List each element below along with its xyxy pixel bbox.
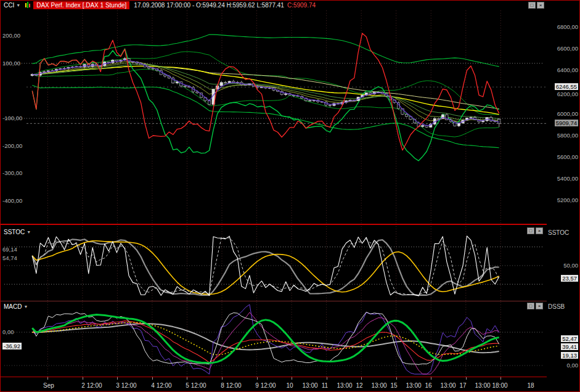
time-axis-label: 17 [459, 382, 466, 389]
time-axis-tick [117, 377, 118, 380]
close-button[interactable]: × [537, 2, 544, 9]
close-button[interactable]: × [536, 227, 543, 234]
value-marker: 39,41 [561, 343, 578, 350]
time-axis-label: 4 12:00 [151, 382, 171, 389]
restore-button[interactable]: □ [527, 227, 534, 234]
scale-label: 5600,00 [557, 153, 578, 160]
sstoc-scale-title: SSTOC [548, 229, 569, 236]
time-axis-label: 15 [390, 382, 397, 389]
panel-separator [1, 224, 548, 225]
dropdown-arrow-icon: ▼ [27, 230, 31, 234]
time-axis-label: 13:00 [475, 382, 490, 389]
panel-separator [1, 301, 548, 301]
value-marker: 5909,74 [555, 120, 578, 126]
dropdown-arrow-icon: ▼ [23, 304, 28, 309]
indicator-selector-label: MACD [4, 303, 22, 310]
time-axis-label: 13:00 [302, 382, 317, 389]
time-axis-label: 5 12:00 [186, 382, 206, 389]
scale-label: 6200,00 [557, 91, 578, 97]
time-axis-tick [361, 377, 362, 380]
scale-label: 6800,00 [557, 23, 578, 30]
main-window-buttons: □ × [528, 2, 544, 9]
time-axis-label: Sep [43, 382, 54, 389]
indicator-selector-macd[interactable]: MACD ▼ [4, 303, 28, 310]
time-axis-tick [222, 377, 223, 380]
time-axis-label: 13:00 [337, 382, 352, 389]
right-scale-labels: 6800,006600,006400,006246,556200,006000,… [547, 1, 579, 392]
time-axis-label: 18 [527, 382, 534, 389]
value-marker: 19,13 [561, 352, 578, 359]
scale-label: 6600,00 [557, 45, 578, 52]
scale-label: 6000,00 [557, 110, 578, 117]
macd-window-buttons: □ × [527, 303, 543, 309]
time-axis-label: 9 12:00 [255, 382, 276, 389]
dropdown-arrow-icon: ▼ [16, 3, 20, 7]
time-axis-tick [327, 377, 327, 380]
time-axis-tick [396, 377, 397, 380]
scale-label: 5400,00 [557, 175, 578, 182]
time-axis-tick [292, 377, 292, 380]
restore-button[interactable]: □ [527, 303, 534, 309]
time-axis-label: 13:00 [406, 382, 421, 389]
time-axis-tick [83, 377, 83, 380]
time-axis-label: 16 [425, 382, 431, 389]
time-axis-label: 8 12:00 [221, 382, 241, 389]
scale-label: 6400,00 [557, 67, 578, 73]
value-marker: 52,47 [561, 335, 578, 342]
time-axis-label: 11 [322, 382, 328, 389]
scale-label: 5200,00 [557, 197, 578, 203]
time-axis-label: 13:00 [440, 382, 455, 389]
trading-terminal-window: CCI ▼ DAX Perf. Index [.DAX 1 Stunde] 17… [0, 0, 580, 392]
candlestick-chart-icon [24, 2, 31, 9]
indicator-selector-label: CCI [4, 2, 14, 9]
indicator-selector-label: SSTOC [4, 229, 25, 235]
time-axis: Sep2 12:003 12:004 12:005 12:008 12:009 … [1, 377, 580, 392]
indicator-selector-sstoc[interactable]: SSTOC ▼ [4, 229, 31, 235]
value-marker: 23,57 [561, 275, 578, 282]
time-axis-tick [500, 377, 501, 380]
sstoc-window-buttons: □ × [527, 227, 543, 234]
time-axis-tick [47, 377, 48, 380]
time-axis-label: 10 [286, 382, 293, 389]
time-axis-tick [466, 377, 467, 380]
time-axis-label: 13:00 [371, 382, 386, 389]
chart-titlebar: CCI ▼ DAX Perf. Index [.DAX 1 Stunde] 17… [1, 1, 579, 10]
value-scale-column: e SSTOC DSSB 6800,006600,006400,006246,5… [547, 1, 579, 392]
scale-label: 5800,00 [557, 132, 578, 139]
dssb-scale-title: DSSB [548, 303, 565, 310]
time-axis-tick [257, 377, 258, 380]
time-axis-label: 18:00 [492, 382, 507, 389]
time-axis-tick [431, 377, 431, 380]
scale-label: 50,00 [563, 262, 578, 269]
close-readout: C:5909.74 [287, 2, 316, 9]
instrument-title: DAX Perf. Index [.DAX 1 Stunde] [33, 1, 129, 9]
main-price-chart[interactable] [2, 10, 547, 224]
time-axis-label: 12 [356, 382, 362, 389]
macd-panel-chart[interactable] [2, 302, 547, 377]
datetime-ohlc-readout: 17.09.2008 17:00:00 - O:5949.24 H:5959.6… [134, 2, 284, 9]
time-axis-tick [152, 377, 153, 380]
time-axis-label: 3 12:00 [116, 382, 136, 389]
value-marker: 6246,55 [555, 83, 578, 90]
close-button[interactable]: × [536, 303, 543, 309]
indicator-selector-cci[interactable]: CCI ▼ [1, 1, 23, 10]
scale-label: 0,00 [567, 362, 579, 369]
stochastic-panel-chart[interactable] [2, 226, 547, 301]
time-axis-label: 2 12:00 [81, 382, 102, 389]
time-axis-tick [187, 377, 187, 380]
restore-button[interactable]: □ [528, 2, 536, 9]
